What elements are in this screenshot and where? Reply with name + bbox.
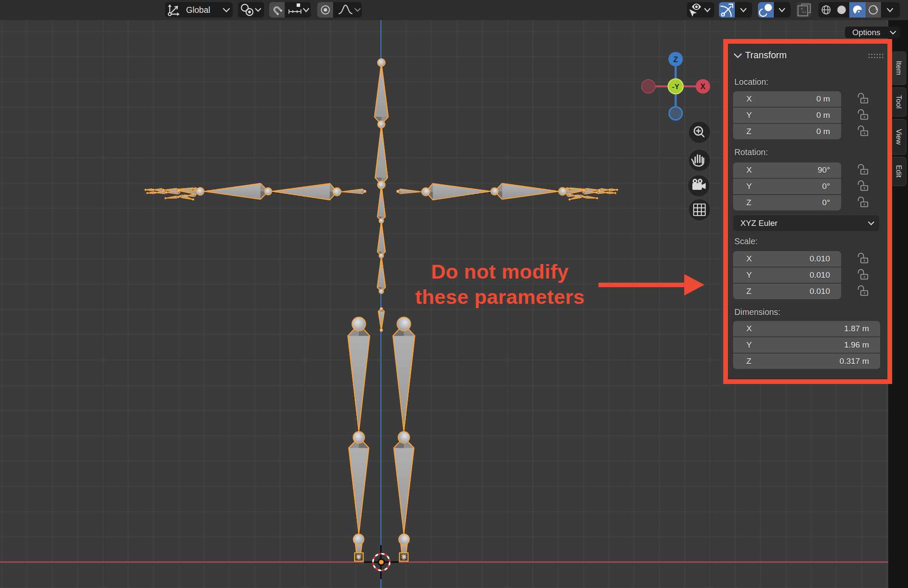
svg-text:X: X xyxy=(700,82,705,91)
svg-text:Z: Z xyxy=(673,55,678,64)
svg-text:-Y: -Y xyxy=(672,83,680,91)
